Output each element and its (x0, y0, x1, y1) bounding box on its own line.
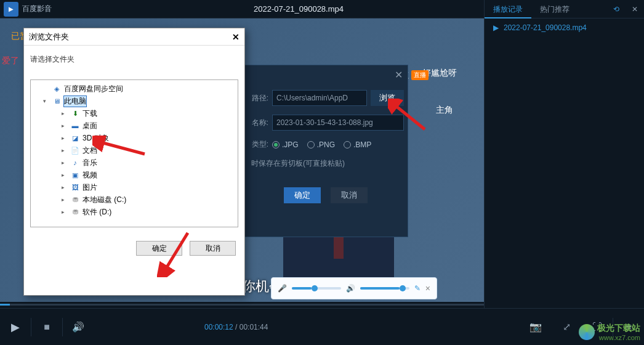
app-name: 百度影音 (22, 4, 52, 14)
tree-video[interactable]: ▸▣视频 (32, 169, 236, 181)
sd-browse-button[interactable]: 浏览 (371, 90, 404, 106)
tree-sync[interactable]: ◈百度网盘同步空间 (32, 83, 236, 95)
bd-prompt: 请选择文件夹 (24, 46, 244, 73)
bd-cancel-button[interactable]: 取消 (190, 241, 236, 256)
mic-slider[interactable] (292, 287, 341, 290)
disk-icon: ⛃ (70, 195, 80, 205)
download-icon: ⬇ (70, 108, 80, 118)
stop-button[interactable]: ■ (31, 312, 62, 343)
sound-popup-close-icon[interactable]: × (425, 283, 430, 293)
video-icon: ▣ (70, 170, 80, 180)
watermark-name: 极光下载站 (597, 323, 640, 334)
doc-icon: 📄 (70, 145, 80, 155)
time-total: 00:01:44 (239, 323, 268, 331)
radio-jpg[interactable]: .JPG (272, 140, 299, 149)
time-display: 00:00:12 / 00:01:44 (204, 323, 268, 331)
tree-pc[interactable]: ▾🖥此电脑 (32, 95, 236, 107)
link-icon[interactable]: ⟲ (607, 5, 626, 14)
speaker-slider[interactable] (360, 287, 409, 290)
sd-ok-button[interactable]: 确定 (284, 187, 321, 203)
sd-path-input[interactable] (272, 90, 367, 106)
watermark: 极光下载站 www.xz7.com (579, 323, 640, 341)
watermark-url: www.xz7.com (597, 334, 640, 341)
browse-folder-dialog: 浏览文件夹 ✕ 请选择文件夹 ◈百度网盘同步空间 ▾🖥此电脑 ▸⬇下载 ▸▬桌面… (23, 28, 245, 296)
sd-cancel-button[interactable]: 取消 (331, 187, 368, 203)
play-button[interactable]: ▶ (0, 312, 31, 343)
tree-desktop[interactable]: ▸▬桌面 (32, 120, 236, 132)
playlist-item[interactable]: ▶ 2022-07-21_090028.mp4 (485, 18, 644, 37)
sd-close-icon[interactable]: ✕ (395, 69, 403, 81)
folder-tree[interactable]: ◈百度网盘同步空间 ▾🖥此电脑 ▸⬇下载 ▸▬桌面 ▸◪3D 对象 ▸📄文档 ▸… (30, 79, 238, 227)
tab-history[interactable]: 播放记录 (485, 0, 531, 18)
bd-title: 浏览文件夹 (29, 31, 69, 43)
sync-icon: ◈ (52, 84, 62, 94)
sidebar-header: 播放记录 热门推荐 ⟲ ✕ (485, 0, 644, 18)
tree-diskd[interactable]: ▸⛃软件 (D:) (32, 206, 236, 218)
pic-icon: 🖼 (70, 182, 80, 192)
camera-button[interactable]: 📷 (520, 312, 551, 343)
role-label: 主角 (436, 105, 453, 116)
volume-button[interactable]: 🔊 (63, 312, 94, 343)
sound-popup: 🎤 🔊 ✎ × (271, 277, 437, 299)
3d-icon: ◪ (70, 133, 80, 143)
tree-pics[interactable]: ▸🖼图片 (32, 181, 236, 193)
liked-label: 爱了 (2, 55, 19, 67)
desktop-icon: ▬ (70, 121, 80, 131)
sd-type-label: 类型: (248, 139, 268, 150)
sidebar: 播放记录 热门推荐 ⟲ ✕ ▶ 2022-07-21_090028.mp4 (484, 0, 644, 308)
sidebar-close-icon[interactable]: ✕ (626, 5, 644, 14)
pc-icon: 🖥 (52, 96, 62, 106)
watermark-logo-icon (579, 324, 595, 340)
sd-name-label: 名称: (248, 118, 268, 128)
play-small-icon: ▶ (493, 23, 499, 32)
tree-docs[interactable]: ▸📄文档 (32, 144, 236, 156)
sd-clipboard-note: 时保存在剪切板(可直接粘贴) (251, 158, 404, 169)
bd-ok-button[interactable]: 确定 (136, 241, 182, 256)
bd-close-icon[interactable]: ✕ (232, 32, 239, 42)
progress-bar[interactable] (0, 302, 484, 308)
radio-bmp[interactable]: .BMP (344, 140, 371, 149)
speaker-icon[interactable]: 🔊 (346, 284, 355, 293)
sd-path-label: 路径: (248, 93, 268, 104)
file-title: 2022-07-21_090028.mp4 (52, 4, 545, 14)
playlist-item-label: 2022-07-21_090028.mp4 (504, 23, 587, 32)
tree-download[interactable]: ▸⬇下载 (32, 107, 236, 120)
tree-diskc[interactable]: ▸⛃本地磁盘 (C:) (32, 193, 236, 206)
mic-icon[interactable]: 🎤 (278, 284, 287, 293)
screenshot-dialog: ✕ 路径: 浏览 名称: 类型: .JPG .PNG .BMP 时保存在剪切板(… (243, 65, 408, 237)
control-bar: ▶ ■ 🔊 00:00:12 / 00:01:44 📷 ⤢ ⛶ ≡ (0, 308, 644, 345)
music-icon: ♪ (70, 158, 80, 168)
expand-button[interactable]: ⤢ (551, 312, 582, 343)
tree-3d[interactable]: ▸◪3D 对象 (32, 132, 236, 144)
tab-hot[interactable]: 热门推荐 (531, 0, 578, 18)
sd-name-input[interactable] (272, 115, 404, 131)
time-current: 00:00:12 (204, 323, 233, 331)
disk-icon: ⛃ (70, 207, 80, 217)
live-badge: 直播 (411, 70, 429, 80)
radio-png[interactable]: .PNG (307, 140, 335, 149)
edit-icon[interactable]: ✎ (414, 284, 421, 293)
app-logo-icon: ▶ (4, 2, 18, 17)
tree-music[interactable]: ▸♪音乐 (32, 156, 236, 169)
